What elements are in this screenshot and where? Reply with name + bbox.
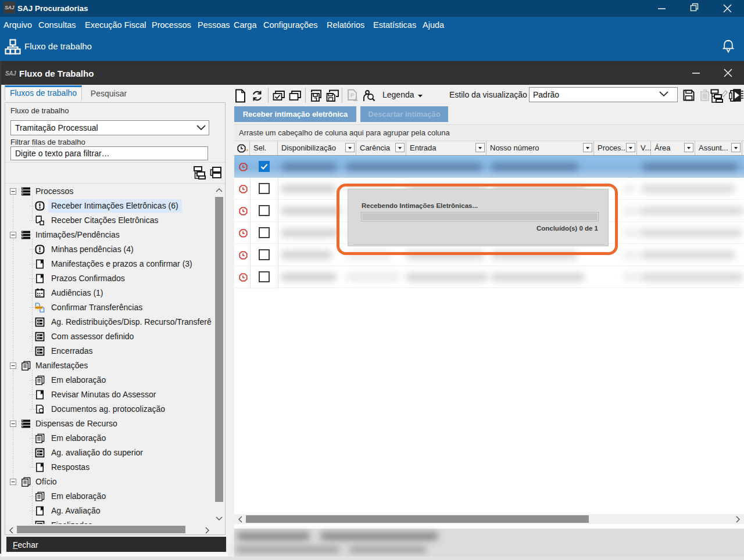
svg-text:P: P xyxy=(350,92,354,98)
